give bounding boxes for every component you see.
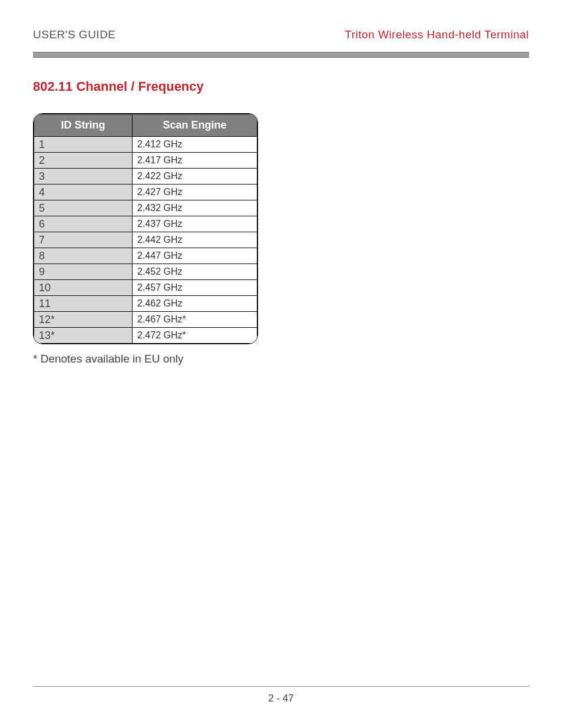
cell-id: 6 [34, 216, 133, 232]
table-row: 42.427 GHz [34, 185, 257, 200]
cell-freq: 2.447 GHz [133, 248, 257, 264]
cell-freq: 2.432 GHz [133, 200, 257, 216]
cell-id: 9 [34, 264, 133, 280]
channel-frequency-table: ID String Scan Engine 12.412 GHz 22.417 … [33, 113, 258, 344]
cell-freq: 2.442 GHz [133, 232, 257, 248]
cell-freq: 2.462 GHz [133, 296, 257, 312]
table-row: 102.457 GHz [34, 280, 257, 296]
cell-freq: 2.422 GHz [133, 169, 257, 185]
cell-id: 1 [34, 137, 133, 153]
cell-id: 13* [34, 328, 133, 344]
table-row: 92.452 GHz [34, 264, 257, 280]
document-page: USER'S GUIDE Triton Wireless Hand-held T… [0, 0, 562, 728]
table-row: 12.412 GHz [34, 137, 257, 153]
header-right-text: Triton Wireless Hand-held Terminal [345, 28, 529, 41]
table-header-row: ID String Scan Engine [34, 114, 257, 137]
table-row: 13*2.472 GHz* [34, 328, 257, 344]
cell-freq: 2.452 GHz [133, 264, 257, 280]
cell-id: 11 [34, 296, 133, 312]
cell-id: 3 [34, 169, 133, 185]
header-rule [33, 52, 529, 58]
page-number: 2 - 47 [268, 693, 293, 704]
section-title: 802.11 Channel / Frequency [33, 79, 529, 94]
cell-freq: 2.427 GHz [133, 185, 257, 200]
header-left-text: USER'S GUIDE [33, 28, 116, 41]
table-row: 12*2.467 GHz* [34, 312, 257, 328]
cell-id: 8 [34, 248, 133, 264]
page-footer: 2 - 47 [33, 686, 529, 704]
table: ID String Scan Engine 12.412 GHz 22.417 … [34, 114, 257, 344]
cell-id: 4 [34, 185, 133, 200]
table-row: 62.437 GHz [34, 216, 257, 232]
cell-id: 2 [34, 153, 133, 169]
cell-id: 10 [34, 280, 133, 296]
cell-id: 12* [34, 312, 133, 328]
cell-id: 7 [34, 232, 133, 248]
cell-id: 5 [34, 200, 133, 216]
cell-freq: 2.417 GHz [133, 153, 257, 169]
footnote-text: * Denotes available in EU only [33, 353, 529, 365]
table-header-freq: Scan Engine [133, 114, 257, 137]
table-row: 112.462 GHz [34, 296, 257, 312]
table-row: 52.432 GHz [34, 200, 257, 216]
table-row: 72.442 GHz [34, 232, 257, 248]
cell-freq: 2.457 GHz [133, 280, 257, 296]
table-row: 32.422 GHz [34, 169, 257, 185]
table-row: 22.417 GHz [34, 153, 257, 169]
table-header-id: ID String [34, 114, 133, 137]
cell-freq: 2.437 GHz [133, 216, 257, 232]
cell-freq: 2.472 GHz* [133, 328, 257, 344]
cell-freq: 2.412 GHz [133, 137, 257, 153]
cell-freq: 2.467 GHz* [133, 312, 257, 328]
table-row: 82.447 GHz [34, 248, 257, 264]
page-header: USER'S GUIDE Triton Wireless Hand-held T… [33, 28, 529, 41]
